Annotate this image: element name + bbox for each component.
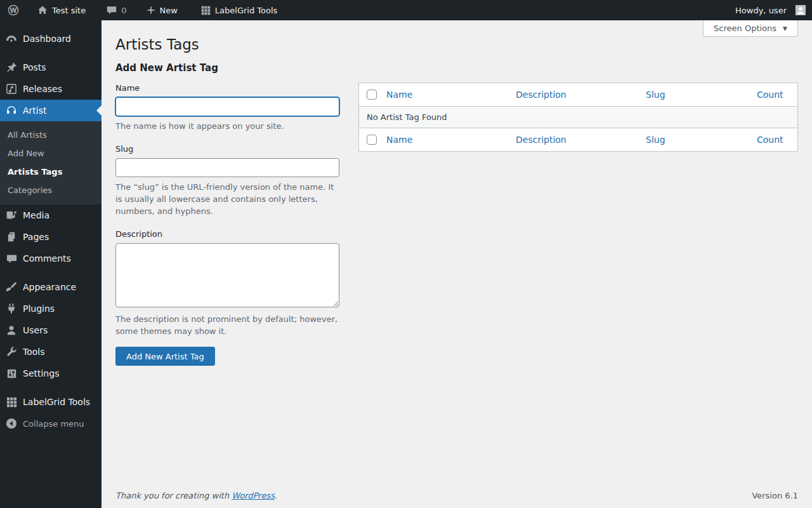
sort-description-column-footer[interactable]: Description: [516, 135, 566, 145]
sidebar-item-appearance[interactable]: Appearance: [0, 276, 102, 298]
sidebar-item-comments[interactable]: Comments: [0, 248, 102, 269]
sidebar-item-label: Users: [23, 325, 48, 335]
dashboard-gauge-icon: [5, 32, 18, 45]
sliders-icon: [5, 368, 18, 380]
person-icon: [5, 324, 18, 337]
new-content-menu[interactable]: New: [140, 0, 184, 20]
sidebar-item-label: Tools: [23, 347, 45, 357]
home-icon: [37, 4, 48, 16]
new-label: New: [160, 6, 178, 15]
howdy-label: Howdy, user: [735, 6, 787, 15]
empty-table-message: No Artist Tag Found: [359, 106, 797, 128]
sidebar-item-media[interactable]: Media: [0, 204, 102, 226]
description-label: Description: [115, 229, 339, 239]
sort-name-column-footer[interactable]: Name: [386, 135, 412, 145]
wordpress-logo-icon: W: [7, 4, 20, 17]
empty-table-row: No Artist Tag Found: [359, 106, 797, 128]
admin-footer: Thank you for creating with WordPress. V…: [115, 491, 798, 500]
add-new-artist-tag-button[interactable]: Add New Artist Tag: [115, 347, 215, 366]
collapse-menu-button[interactable]: Collapse menu: [0, 413, 102, 434]
sort-description-column[interactable]: Description: [516, 90, 566, 100]
main-content: Screen Options ▼ Artists Tags Add New Ar…: [102, 20, 812, 508]
my-account-menu[interactable]: Howdy, user: [735, 0, 806, 20]
sidebar-item-plugins[interactable]: Plugins: [0, 298, 102, 319]
comment-bubble-icon: [106, 4, 117, 16]
sidebar-item-label: Dashboard: [23, 34, 71, 44]
sidebar-item-label: Settings: [23, 368, 59, 378]
plus-icon: [146, 5, 156, 15]
name-hint: The name is how it appears on your site.: [115, 120, 339, 132]
site-name-label: Test site: [52, 6, 86, 15]
grid-icon: [5, 396, 18, 408]
headphones-icon: [5, 104, 18, 117]
chevron-down-icon: ▼: [783, 25, 787, 32]
grid-icon: [200, 5, 211, 16]
sidebar-item-labelgrid-tools[interactable]: LabelGrid Tools: [0, 391, 102, 413]
sort-slug-column[interactable]: Slug: [646, 90, 665, 100]
submenu-item-categories[interactable]: Categories: [0, 181, 102, 199]
wordpress-logo-menu[interactable]: W: [0, 0, 27, 20]
slug-hint: The “slug” is the URL-friendly version o…: [115, 181, 339, 217]
sidebar-item-label: Comments: [23, 253, 71, 264]
sort-slug-column-footer[interactable]: Slug: [646, 135, 665, 145]
artist-tags-table: Name Description Slug Count No Artist Ta…: [358, 83, 798, 152]
sidebar-item-posts[interactable]: Posts: [0, 57, 102, 78]
media-icon: [5, 209, 18, 222]
footer-version: Version 6.1: [752, 491, 798, 500]
collapse-arrow-icon: [5, 417, 18, 430]
submenu-item-add-new[interactable]: Add New: [0, 144, 102, 163]
sidebar-item-label: Plugins: [23, 304, 55, 314]
sort-count-column[interactable]: Count: [757, 90, 783, 100]
paintbrush-icon: [5, 281, 18, 293]
sort-name-column[interactable]: Name: [386, 90, 412, 100]
sidebar-item-users[interactable]: Users: [0, 319, 102, 341]
sidebar-item-tools[interactable]: Tools: [0, 341, 102, 363]
sidebar-item-label: LabelGrid Tools: [23, 397, 90, 407]
sidebar-item-label: Artist: [23, 105, 47, 116]
pages-icon: [5, 231, 18, 243]
footer-thanks-prefix: Thank you for creating with: [115, 491, 232, 500]
form-heading: Add New Artist Tag: [115, 62, 339, 74]
description-hint: The description is not prominent by defa…: [115, 313, 339, 337]
site-name-menu[interactable]: Test site: [30, 0, 92, 20]
admin-sidebar: Dashboard Posts Releases Artist All Arti…: [0, 20, 102, 508]
screen-options-button[interactable]: Screen Options ▼: [703, 20, 798, 37]
name-input[interactable]: [115, 97, 339, 116]
add-artist-tag-form: Add New Artist Tag Name The name is how …: [115, 62, 339, 366]
submenu-item-artists-tags[interactable]: Artists Tags: [0, 163, 102, 181]
sidebar-item-label: Releases: [23, 84, 62, 94]
page-title: Artists Tags: [115, 35, 798, 54]
slug-input[interactable]: [115, 158, 339, 177]
avatar: [796, 5, 806, 15]
wordpress-link[interactable]: WordPress: [232, 491, 275, 500]
sidebar-item-label: Appearance: [23, 282, 76, 292]
select-all-checkbox-footer[interactable]: [367, 135, 377, 145]
sidebar-item-pages[interactable]: Pages: [0, 226, 102, 248]
sidebar-item-artist[interactable]: Artist: [0, 100, 102, 121]
select-all-checkbox[interactable]: [367, 90, 377, 100]
comments-menu[interactable]: 0: [100, 0, 133, 20]
sidebar-item-label: Media: [23, 210, 49, 220]
labelgrid-tools-menu[interactable]: LabelGrid Tools: [194, 0, 284, 20]
admin-bar: W Test site 0 New LabelGrid Tools Howdy,…: [0, 0, 812, 20]
plug-icon: [5, 302, 18, 315]
screen-options-label: Screen Options: [714, 23, 776, 33]
wrench-icon: [5, 345, 18, 358]
table-footer-row: Name Description Slug Count: [359, 128, 797, 151]
submenu-item-all-artists[interactable]: All Artists: [0, 126, 102, 144]
table-header-row: Name Description Slug Count: [359, 83, 797, 106]
sidebar-item-label: Collapse menu: [23, 419, 84, 429]
labelgrid-label: LabelGrid Tools: [215, 6, 278, 15]
sidebar-item-label: Posts: [23, 62, 46, 72]
description-textarea[interactable]: [115, 243, 339, 307]
name-label: Name: [115, 83, 339, 93]
svg-text:W: W: [10, 7, 16, 14]
sidebar-item-label: Pages: [23, 232, 49, 242]
footer-thanks-suffix: .: [275, 491, 277, 500]
sidebar-item-settings[interactable]: Settings: [0, 363, 102, 384]
pushpin-icon: [5, 61, 18, 74]
music-note-icon: [5, 83, 18, 95]
sort-count-column-footer[interactable]: Count: [757, 135, 783, 145]
sidebar-item-dashboard[interactable]: Dashboard: [0, 28, 102, 50]
sidebar-item-releases[interactable]: Releases: [0, 78, 102, 100]
